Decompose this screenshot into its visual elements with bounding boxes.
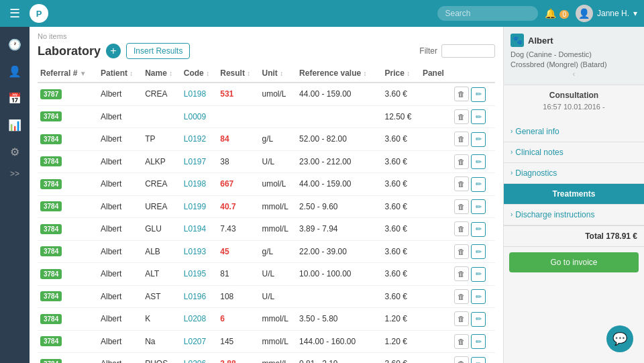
code-link[interactable]: L0199 — [184, 202, 206, 211]
insert-results-button[interactable]: Insert Results — [126, 43, 190, 59]
cell-code[interactable]: L0193 — [181, 240, 217, 263]
code-link[interactable]: L0198 — [184, 179, 206, 189]
sidebar-item-clock[interactable]: 🕐 — [3, 32, 27, 56]
accordion-discharge[interactable]: › Discharge instructions — [504, 205, 644, 225]
cell-unit: g/L — [260, 240, 297, 263]
cell-code[interactable]: L0194 — [181, 218, 217, 241]
code-link[interactable]: L0193 — [184, 247, 206, 256]
delete-button[interactable]: 🗑 — [454, 266, 469, 281]
delete-button[interactable]: 🗑 — [454, 244, 469, 259]
hamburger-icon[interactable]: ☰ — [7, 3, 23, 23]
code-link[interactable]: L0198 — [184, 89, 206, 99]
code-link[interactable]: L0196 — [184, 292, 206, 301]
accordion-treatments[interactable]: Treatments — [504, 184, 644, 205]
edit-button[interactable]: ✏ — [471, 334, 486, 349]
patient-expand[interactable]: ‹ — [511, 70, 637, 78]
cell-code[interactable]: L0196 — [181, 285, 217, 308]
chevron-icon: › — [511, 148, 513, 156]
delete-button[interactable]: 🗑 — [454, 87, 469, 101]
cell-code[interactable]: L0207 — [181, 330, 217, 353]
chat-button[interactable]: 💬 — [606, 325, 633, 352]
cell-code[interactable]: L0195 — [181, 263, 217, 286]
cell-code[interactable]: L0197 — [181, 150, 217, 173]
cell-referral: 3784 — [38, 218, 98, 241]
cell-code[interactable]: L0009 — [181, 105, 217, 128]
edit-button[interactable]: ✏ — [471, 87, 486, 102]
invoice-button[interactable]: Go to invoice — [509, 252, 639, 272]
delete-button[interactable]: 🗑 — [454, 154, 469, 169]
sidebar-item-settings[interactable]: ⚙ — [3, 140, 27, 164]
cell-panel — [420, 105, 451, 128]
edit-button[interactable]: ✏ — [471, 199, 486, 214]
delete-button[interactable]: 🗑 — [454, 356, 469, 363]
col-reference[interactable]: Reference value ↕ — [297, 64, 382, 83]
delete-button[interactable]: 🗑 — [454, 176, 469, 191]
edit-button[interactable]: ✏ — [471, 267, 486, 282]
add-button[interactable]: + — [106, 44, 121, 58]
accordion-diagnostics[interactable]: › Diagnostics — [504, 163, 644, 184]
accordion-label-diagnostics: Diagnostics — [515, 168, 557, 178]
code-link[interactable]: L0009 — [184, 112, 206, 121]
col-price[interactable]: Price ↕ — [382, 64, 419, 83]
delete-button[interactable]: 🗑 — [454, 132, 469, 146]
code-link[interactable]: L0195 — [184, 269, 206, 278]
edit-button[interactable]: ✏ — [471, 132, 486, 147]
col-referral[interactable]: Referral # ▼ — [38, 64, 98, 83]
accordion-general-info[interactable]: › General info — [504, 121, 644, 142]
avatar: 👤 — [576, 5, 593, 22]
col-code[interactable]: Code ↕ — [181, 64, 217, 83]
edit-button[interactable]: ✏ — [471, 222, 486, 237]
col-result[interactable]: Result ↕ — [217, 64, 259, 83]
bell-icon[interactable]: 🔔 0 — [545, 8, 569, 19]
edit-button[interactable]: ✏ — [471, 312, 486, 327]
cell-referral: 3784 — [38, 240, 98, 263]
cell-price: 3.60 € — [382, 353, 419, 364]
cell-patient: Albert — [98, 195, 142, 218]
cell-reference — [297, 285, 382, 308]
code-link[interactable]: L0206 — [184, 359, 206, 363]
delete-button[interactable]: 🗑 — [454, 199, 469, 214]
search-input[interactable] — [437, 6, 538, 21]
filter-input[interactable] — [441, 44, 495, 58]
code-link[interactable]: L0192 — [184, 134, 206, 144]
chevron-icon: › — [511, 127, 513, 135]
code-link[interactable]: L0208 — [184, 314, 206, 323]
consultation-date: 16:57 10.01.2016 - — [511, 103, 637, 111]
edit-button[interactable]: ✏ — [471, 289, 486, 304]
user-menu[interactable]: 👤 Janne H. ▾ — [576, 5, 637, 22]
cell-code[interactable]: L0198 — [181, 173, 217, 196]
cell-code[interactable]: L0199 — [181, 195, 217, 218]
delete-button[interactable]: 🗑 — [454, 289, 469, 304]
code-link[interactable]: L0194 — [184, 224, 206, 234]
cell-code[interactable]: L0208 — [181, 308, 217, 331]
edit-button[interactable]: ✏ — [471, 154, 486, 169]
cell-patient: Albert — [98, 308, 142, 331]
edit-button[interactable]: ✏ — [471, 244, 486, 259]
col-patient[interactable]: Patient ↕ — [98, 64, 142, 83]
cell-referral: 3784 — [38, 150, 98, 173]
edit-button[interactable]: ✏ — [471, 177, 486, 192]
cell-code[interactable]: L0206 — [181, 353, 217, 364]
cell-unit: umol/L — [260, 173, 297, 196]
sidebar-item-chart[interactable]: 📊 — [3, 113, 27, 137]
cell-referral: 3784 — [38, 105, 98, 128]
accordion-header-general: › General info — [504, 121, 644, 142]
col-unit[interactable]: Unit ↕ — [260, 64, 297, 83]
delete-button[interactable]: 🗑 — [454, 311, 469, 326]
table-row: 3784 Albert ALKP L0197 38 U/L 23.00 - 21… — [38, 150, 495, 173]
cell-patient: Albert — [98, 240, 142, 263]
code-link[interactable]: L0207 — [184, 337, 206, 346]
accordion-clinical-notes[interactable]: › Clinical notes — [504, 142, 644, 163]
sidebar-more[interactable]: >> — [10, 169, 19, 178]
edit-button[interactable]: ✏ — [471, 109, 486, 124]
edit-button[interactable]: ✏ — [471, 357, 486, 364]
col-name[interactable]: Name ↕ — [142, 64, 181, 83]
delete-button[interactable]: 🗑 — [454, 109, 469, 124]
cell-code[interactable]: L0192 — [181, 128, 217, 151]
sidebar-item-patients[interactable]: 👤 — [3, 59, 27, 83]
cell-code[interactable]: L0198 — [181, 83, 217, 105]
sidebar-item-calendar[interactable]: 📅 — [3, 86, 27, 110]
code-link[interactable]: L0197 — [184, 157, 206, 166]
delete-button[interactable]: 🗑 — [454, 334, 469, 349]
delete-button[interactable]: 🗑 — [454, 221, 469, 236]
